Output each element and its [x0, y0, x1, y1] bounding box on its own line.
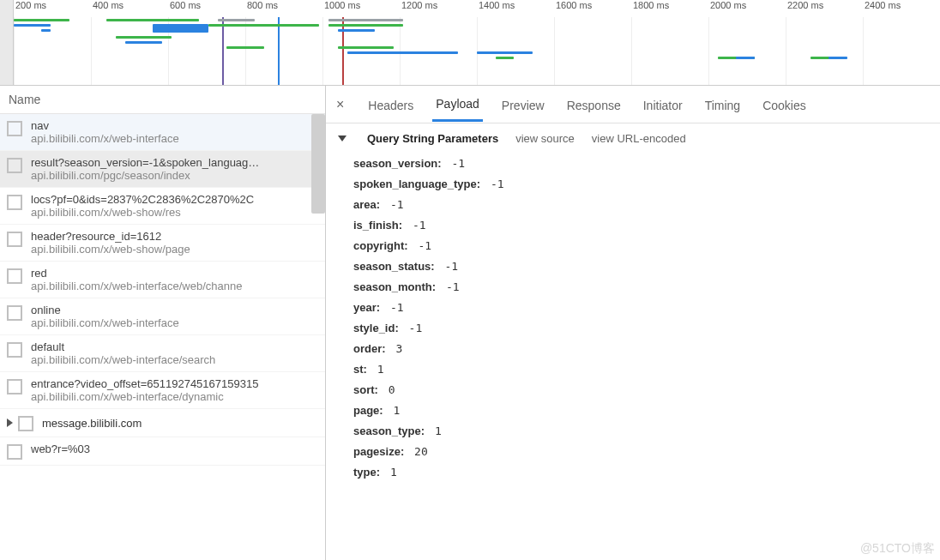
requests-panel: Name navapi.bilibili.com/x/web-interface…: [0, 86, 326, 560]
request-name: header?resource_id=1612: [31, 230, 190, 243]
param-value: 1: [387, 404, 401, 417]
param-key: copyright:: [353, 239, 408, 252]
request-row[interactable]: entrance?video_offset=651192745167159315…: [0, 372, 325, 409]
request-row[interactable]: header?resource_id=1612api.bilibili.com/…: [0, 225, 325, 262]
query-param: year: -1: [353, 301, 928, 314]
checkbox-icon[interactable]: [7, 379, 22, 394]
payload-body: Query String Parameters view source view…: [326, 123, 940, 487]
query-param: page: 1: [353, 404, 928, 417]
request-row[interactable]: web?r=%03: [0, 437, 325, 466]
details-tabs: × HeadersPayloadPreviewResponseInitiator…: [326, 86, 940, 123]
param-value: -1: [383, 198, 403, 211]
query-param: season_month: -1: [353, 280, 928, 293]
tab-preview[interactable]: Preview: [498, 88, 548, 121]
request-row[interactable]: result?season_version=-1&spoken_languag……: [0, 151, 325, 188]
request-name: locs?pf=0&ids=2837%2C2836%2C2870%2C: [31, 193, 254, 206]
query-param: pagesize: 20: [353, 445, 928, 458]
request-name: nav: [31, 119, 179, 132]
timeline-tick: 600 ms: [168, 0, 245, 17]
checkbox-icon[interactable]: [7, 342, 22, 358]
checkbox-icon[interactable]: [7, 305, 22, 321]
view-url-encoded-link[interactable]: view URL-encoded: [592, 132, 686, 145]
request-row[interactable]: redapi.bilibili.com/x/web-interface/web/…: [0, 262, 325, 298]
tab-headers[interactable]: Headers: [365, 88, 417, 121]
request-domain: api.bilibili.com/x/web-interface/dynamic: [31, 390, 258, 403]
group-label: message.bilibili.com: [42, 417, 142, 430]
param-value: 1: [428, 425, 442, 437]
name-column-header[interactable]: Name: [0, 86, 325, 114]
tab-payload[interactable]: Payload: [432, 87, 483, 122]
query-param: copyright: -1: [353, 239, 928, 252]
request-name: result?season_version=-1&spoken_languag…: [31, 156, 259, 169]
timeline-tick: 1000 ms: [322, 0, 400, 17]
checkbox-icon[interactable]: [7, 195, 22, 210]
request-row[interactable]: navapi.bilibili.com/x/web-interface: [0, 114, 325, 151]
param-value: 20: [407, 445, 427, 458]
request-name: red: [31, 267, 242, 280]
view-source-link[interactable]: view source: [515, 132, 575, 145]
checkbox-icon[interactable]: [7, 232, 22, 247]
timeline-tick: 400 ms: [91, 0, 168, 17]
load-marker-icon: [278, 17, 280, 85]
watermark-text: @51CTO博客: [860, 541, 935, 557]
timeline-tick: 2000 ms: [708, 0, 786, 17]
request-domain: api.bilibili.com/x/web-show/page: [31, 243, 190, 256]
request-row[interactable]: defaultapi.bilibili.com/x/web-interface/…: [0, 335, 325, 372]
requests-list[interactable]: navapi.bilibili.com/x/web-interfaceresul…: [0, 114, 325, 560]
param-key: season_month:: [353, 280, 436, 293]
param-value: -1: [484, 178, 503, 190]
chevron-right-icon: [7, 418, 13, 427]
timeline-tick: 2200 ms: [786, 0, 863, 17]
request-domain: api.bilibili.com/x/web-show/res: [31, 206, 254, 219]
timeline-tick: 1400 ms: [477, 0, 554, 17]
timeline-gutter: [0, 0, 14, 85]
query-param: st: 1: [353, 363, 928, 376]
checkbox-icon[interactable]: [7, 268, 22, 284]
request-domain: api.bilibili.com/x/web-interface: [31, 132, 179, 145]
param-value: -1: [412, 239, 431, 252]
query-param: order: 3: [353, 342, 928, 355]
query-param: style_id: -1: [353, 322, 928, 334]
tab-response[interactable]: Response: [563, 88, 624, 121]
section-title: Query String Parameters: [367, 132, 498, 145]
details-panel: × HeadersPayloadPreviewResponseInitiator…: [326, 86, 940, 560]
param-value: 3: [389, 342, 403, 355]
checkbox-icon[interactable]: [7, 444, 22, 460]
request-row[interactable]: locs?pf=0&ids=2837%2C2836%2C2870%2Capi.b…: [0, 188, 325, 225]
param-value: -1: [439, 280, 459, 293]
query-param: season_status: -1: [353, 260, 928, 273]
param-key: season_type:: [353, 425, 425, 437]
timeline-tick: 200 ms: [14, 0, 91, 17]
scrollbar-thumb[interactable]: [311, 114, 325, 214]
timeline-tick: 2400 ms: [863, 0, 940, 17]
timeline-overview[interactable]: 200 ms400 ms600 ms800 ms1000 ms1200 ms14…: [0, 0, 940, 86]
param-key: season_status:: [353, 260, 435, 273]
query-params-section-header[interactable]: Query String Parameters view source view…: [338, 132, 928, 145]
checkbox-icon[interactable]: [7, 121, 22, 136]
param-key: sort:: [353, 383, 378, 396]
request-row[interactable]: onlineapi.bilibili.com/x/web-interface: [0, 298, 325, 335]
tab-initiator[interactable]: Initiator: [640, 88, 686, 121]
checkbox-icon[interactable]: [18, 416, 33, 431]
query-param: season_type: 1: [353, 425, 928, 437]
request-group-row[interactable]: message.bilibili.com: [0, 409, 325, 437]
param-value: -1: [445, 157, 465, 170]
timeline-ticks: 200 ms400 ms600 ms800 ms1000 ms1200 ms14…: [14, 0, 940, 17]
param-key: type:: [353, 466, 380, 479]
param-value: -1: [438, 260, 458, 273]
param-value: -1: [406, 219, 425, 232]
request-domain: api.bilibili.com/x/web-interface: [31, 316, 179, 329]
tab-timing[interactable]: Timing: [702, 88, 744, 121]
param-value: 0: [382, 383, 395, 396]
request-name: online: [31, 304, 179, 316]
caret-down-icon: [338, 135, 346, 142]
request-name: default: [31, 340, 215, 353]
request-domain: api.bilibili.com/x/web-interface/search: [31, 353, 215, 366]
checkbox-icon[interactable]: [7, 158, 22, 173]
tab-cookies[interactable]: Cookies: [759, 88, 810, 121]
timeline-tick: 1600 ms: [554, 0, 631, 17]
close-icon[interactable]: ×: [331, 97, 349, 112]
query-params-list: season_version: -1spoken_language_type: …: [338, 157, 928, 479]
param-key: page:: [353, 404, 383, 417]
request-name: web?r=%03: [31, 443, 90, 455]
